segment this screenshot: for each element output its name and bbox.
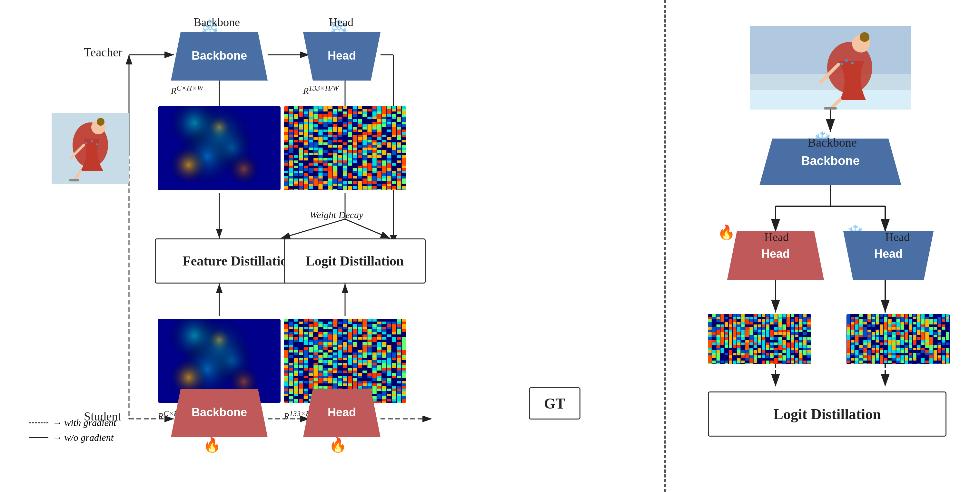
teacher-backbone-shape: Backbone — [171, 32, 268, 81]
svg-text:Backbone: Backbone — [192, 49, 247, 62]
left-panel: Teacher ❄️ Backbone Backbone ❄️ Head Hea… — [0, 0, 664, 492]
svg-line-12 — [280, 219, 345, 238]
right-panel: ❄️ Backbone Backbone 🔥 Head Head ❄️ Head… — [666, 0, 980, 492]
logit-distillation-box: Logit Distillation — [284, 238, 426, 284]
legend-solid: → w/o gradient — [29, 432, 116, 443]
backbone-label-right: Backbone — [808, 135, 857, 149]
svg-rect-55 — [750, 90, 911, 110]
head-frozen-label: Head — [885, 230, 910, 244]
svg-point-32 — [91, 140, 93, 142]
svg-rect-30 — [69, 179, 79, 181]
student-head-shape: Head — [303, 389, 380, 437]
head-fire-label: Head — [764, 230, 789, 244]
r-chw-teacher: RC×H×W — [171, 84, 203, 96]
r-133-teacher: R133×H/W — [303, 84, 339, 96]
svg-text:Backbone: Backbone — [801, 154, 860, 168]
source-image-right — [750, 26, 911, 110]
svg-line-13 — [345, 219, 390, 238]
right-logit-heatmap-left — [708, 314, 811, 364]
fire-student-backbone: 🔥 — [203, 436, 221, 453]
teacher-head-shape: Head — [303, 32, 380, 81]
source-image-left — [52, 113, 129, 184]
svg-point-33 — [96, 143, 98, 145]
teacher-label: Teacher — [84, 45, 123, 59]
svg-point-58 — [860, 32, 869, 42]
gt-box: GT — [529, 387, 581, 419]
right-logit-heatmap-right — [846, 314, 950, 364]
svg-point-63 — [845, 59, 848, 62]
svg-text:Head: Head — [328, 49, 356, 62]
teacher-heatmap — [158, 106, 280, 190]
svg-text:Head: Head — [761, 247, 790, 260]
svg-text:Backbone: Backbone — [192, 406, 247, 419]
svg-rect-61 — [824, 107, 837, 110]
fire-student-head: 🔥 — [329, 436, 347, 453]
student-backbone-shape: Backbone — [171, 389, 268, 437]
right-diagram: ❄️ Backbone Backbone 🔥 Head Head ❄️ Head… — [685, 13, 961, 479]
svg-point-27 — [97, 118, 105, 125]
weight-decay-label: Weight Decay — [310, 209, 363, 221]
legend: → with gradient → w/o gradient — [29, 417, 116, 447]
teacher-logit-heatmap — [284, 106, 406, 190]
svg-text:Head: Head — [874, 247, 903, 260]
head-label-teacher: Head — [329, 16, 353, 29]
svg-text:Head: Head — [328, 406, 356, 419]
right-logit-distillation-box: Logit Distillation — [708, 392, 947, 436]
backbone-label-teacher: Backbone — [194, 16, 240, 29]
main-container: Teacher ❄️ Backbone Backbone ❄️ Head Hea… — [0, 0, 980, 492]
left-diagram: Teacher ❄️ Backbone Backbone ❄️ Head Hea… — [19, 13, 645, 479]
svg-point-62 — [840, 62, 843, 65]
svg-point-31 — [86, 143, 88, 144]
legend-dashed: → with gradient — [29, 417, 116, 428]
svg-point-64 — [851, 62, 854, 64]
